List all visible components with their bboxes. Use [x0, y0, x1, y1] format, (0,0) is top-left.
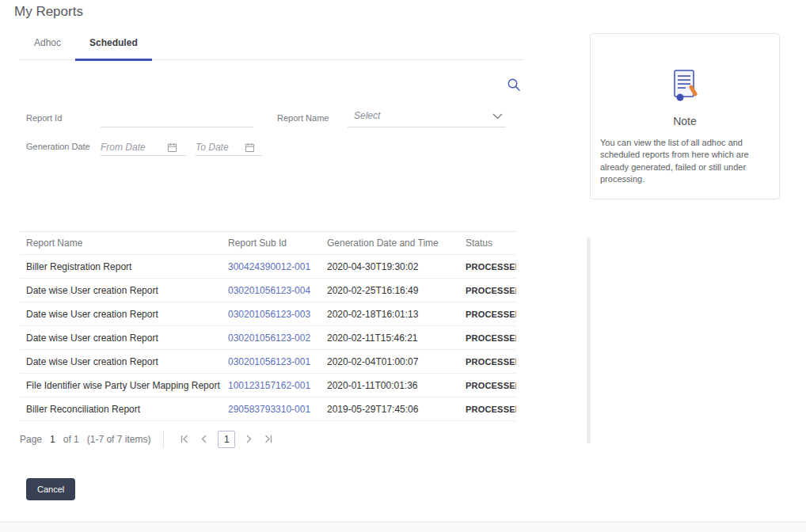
calendar-icon[interactable]	[167, 142, 177, 153]
status-badge: PROCESSED	[466, 405, 516, 414]
report-sub-id-link[interactable]: 100123157162-001	[228, 380, 310, 391]
next-page-button[interactable]	[240, 431, 258, 449]
my-reports-page: My Reports Adhoc Scheduled Report Id Rep…	[0, 0, 806, 532]
calendar-icon[interactable]	[245, 142, 255, 153]
report-sub-id-link[interactable]: 300424390012-001	[228, 261, 310, 272]
to-date-input[interactable]	[196, 142, 245, 153]
report-name-select[interactable]: Select	[348, 107, 506, 127]
first-page-button[interactable]	[175, 431, 195, 449]
report-id-label: Report Id	[20, 113, 101, 127]
pagination-divider	[163, 431, 164, 448]
report-note-icon	[668, 67, 701, 107]
report-sub-id-link[interactable]: 290583793310-001	[228, 404, 310, 415]
report-name-label: Report Name	[271, 113, 348, 127]
header-generation-datetime: Generation Date and Time	[321, 238, 459, 249]
header-report-name: Report Name	[20, 238, 222, 249]
chevron-down-icon	[492, 108, 503, 123]
generation-datetime-cell: 2020-02-04T01:00:07	[321, 356, 459, 367]
search-button[interactable]	[505, 76, 523, 96]
note-title: Note	[600, 115, 770, 127]
report-name-cell: File Identifier wise Party User Mapping …	[20, 380, 222, 391]
page-number: 1	[50, 434, 55, 445]
generation-datetime-cell: 2020-02-11T15:46:21	[321, 332, 459, 344]
status-badge: PROCESSED	[466, 286, 516, 295]
from-date-input[interactable]	[101, 142, 167, 153]
search-icon	[507, 82, 521, 94]
tab-adhoc[interactable]: Adhoc	[20, 37, 75, 59]
first-page-icon	[181, 434, 189, 446]
table-header-row: Report Name Report Sub Id Generation Dat…	[20, 231, 516, 255]
note-body: You can view the list of all adhoc and s…	[600, 137, 770, 186]
generation-date-label: Generation Date	[20, 142, 101, 156]
vertical-scrollbar[interactable]	[587, 238, 591, 443]
last-page-icon	[264, 434, 272, 446]
from-date-field	[101, 142, 186, 156]
footer-strip	[0, 522, 806, 532]
status-badge: PROCESSED	[466, 357, 516, 367]
table-row: Biller Reconciliation Report 29058379331…	[20, 397, 516, 421]
table-row: Date wise User creation Report 030201056…	[20, 279, 516, 302]
status-badge: PROCESSED	[466, 310, 516, 319]
status-badge: PROCESSED	[466, 333, 516, 343]
table-row: Date wise User creation Report 030201056…	[20, 302, 516, 326]
generation-datetime-cell: 2020-01-11T00:01:36	[321, 380, 459, 391]
report-id-input[interactable]	[101, 110, 253, 127]
tab-bar: Adhoc Scheduled	[20, 28, 524, 60]
tab-scheduled[interactable]: Scheduled	[75, 37, 152, 59]
report-sub-id-link[interactable]: 030201056123-001	[228, 356, 310, 367]
pagination: Page 1 of 1 (1-7 of 7 items)	[20, 429, 524, 450]
page-label: Page	[20, 434, 42, 445]
to-date-field	[196, 142, 262, 156]
note-panel: Note You can view the list of all adhoc …	[590, 33, 780, 200]
last-page-button[interactable]	[258, 431, 278, 449]
page-title: My Reports	[14, 4, 83, 20]
report-name-cell: Date wise User creation Report	[20, 309, 222, 320]
generation-datetime-cell: 2019-05-29T17:45:06	[321, 404, 459, 415]
chevron-right-icon	[245, 434, 253, 446]
page-of-text: of 1	[63, 434, 79, 445]
generation-datetime-cell: 2020-02-18T16:01:13	[321, 309, 459, 320]
generation-datetime-cell: 2020-04-30T19:30:02	[321, 261, 459, 272]
items-count-text: (1-7 of 7 items)	[87, 434, 151, 445]
filter-toolbar	[20, 60, 524, 96]
status-badge: PROCESSED	[466, 262, 516, 272]
table-row: Biller Registration Report 300424390012-…	[20, 255, 516, 279]
cancel-button[interactable]: Cancel	[26, 478, 75, 500]
report-name-cell: Biller Registration Report	[20, 261, 222, 272]
chevron-left-icon	[200, 434, 207, 446]
status-badge: PROCESSED	[466, 381, 516, 390]
header-report-sub-id: Report Sub Id	[222, 238, 321, 249]
table-row: Date wise User creation Report 030201056…	[20, 350, 516, 374]
header-status: Status	[459, 238, 516, 249]
report-name-cell: Biller Reconciliation Report	[20, 404, 222, 415]
filter-row-2: Generation Date	[20, 142, 524, 156]
table-row: File Identifier wise Party User Mapping …	[20, 374, 516, 397]
report-name-cell: Date wise User creation Report	[20, 332, 222, 344]
report-sub-id-link[interactable]: 030201056123-003	[228, 309, 310, 320]
table-row: Date wise User creation Report 030201056…	[20, 326, 516, 350]
report-name-cell: Date wise User creation Report	[20, 285, 222, 296]
report-name-select-value: Select	[354, 110, 380, 121]
current-page-box[interactable]: 1	[218, 431, 235, 448]
main-content: Adhoc Scheduled Report Id Report Name Se…	[20, 28, 524, 500]
report-sub-id-link[interactable]: 030201056123-004	[228, 285, 310, 296]
previous-page-button[interactable]	[195, 431, 213, 449]
generation-datetime-cell: 2020-02-25T16:16:49	[321, 285, 459, 296]
report-name-cell: Date wise User creation Report	[20, 356, 222, 367]
report-sub-id-link[interactable]: 030201056123-002	[228, 332, 310, 344]
reports-table: Report Name Report Sub Id Generation Dat…	[20, 231, 516, 421]
filter-row-1: Report Id Report Name Select	[20, 107, 524, 127]
